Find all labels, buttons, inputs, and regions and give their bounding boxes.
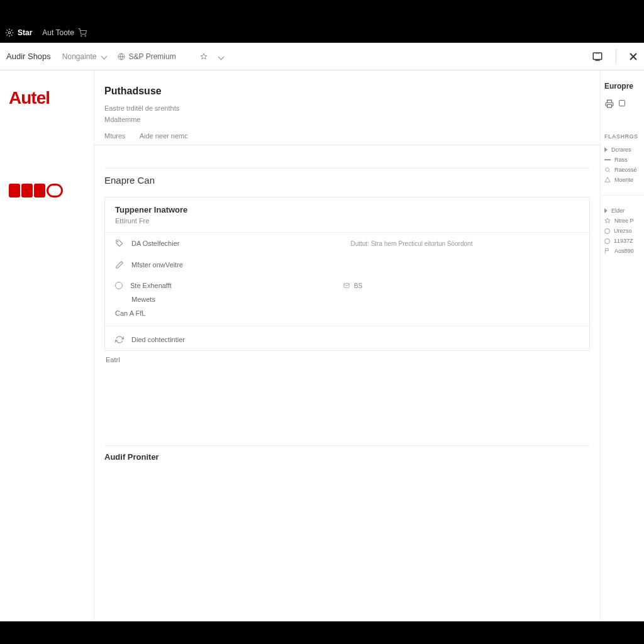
section-footer-text: Eatrl xyxy=(104,351,590,364)
svg-rect-8 xyxy=(619,101,625,106)
item-sub-label: Mewets xyxy=(131,296,155,303)
dash-icon xyxy=(604,157,611,162)
refresh-icon xyxy=(115,335,124,344)
section-enapre: Enapre Can Tuppener Inatwore Ettirunt Fr… xyxy=(104,168,590,364)
pencil-icon xyxy=(115,260,124,269)
svg-point-5 xyxy=(118,242,118,242)
svg-point-9 xyxy=(606,168,609,172)
main-area: Autel Puthadsuse Eastre trditёl de srent… xyxy=(0,70,644,621)
tab-tools[interactable]: Aut Toote xyxy=(42,28,86,37)
toolbar: Audir Shops Nongainte S&P Premium xyxy=(0,43,644,70)
right-item[interactable]: Raeossé xyxy=(604,165,640,175)
sidebar: Autel xyxy=(0,70,94,621)
right-panel-icons xyxy=(604,99,640,108)
right-item[interactable]: Urezso xyxy=(604,226,640,236)
divider xyxy=(104,168,590,169)
svg-rect-4 xyxy=(593,53,602,60)
item-label: DA Ostelfechier xyxy=(131,240,179,247)
right-item[interactable]: Moente xyxy=(604,175,640,185)
circle-icon xyxy=(604,238,610,244)
pin-icon xyxy=(200,53,208,60)
mail-icon xyxy=(343,282,350,289)
page-subtitle: Eastre trditёl de srenthts xyxy=(104,104,590,112)
right-item[interactable]: Dcrares xyxy=(604,145,640,155)
list-item[interactable]: Mfster onwVeitre xyxy=(105,254,589,275)
badge-block-icon xyxy=(9,184,20,197)
toolbar-dropdown[interactable] xyxy=(216,52,223,61)
list-item[interactable]: Can A FfL xyxy=(105,308,589,323)
badge-block-icon xyxy=(34,184,45,197)
search-icon xyxy=(604,167,611,173)
toolbar-pin[interactable] xyxy=(200,53,208,60)
globe-icon xyxy=(118,53,125,60)
divider xyxy=(616,49,616,64)
divider xyxy=(601,195,644,196)
circle-icon xyxy=(604,228,610,234)
right-item[interactable]: Aos890 xyxy=(604,246,640,256)
right-panel-title: Europre xyxy=(604,82,640,91)
page-title: Puthadsuse xyxy=(104,86,590,97)
item-label: Died cohtectintier xyxy=(131,336,185,343)
right-item[interactable]: Elder xyxy=(604,206,640,216)
breadcrumb-1[interactable]: Audir Shops xyxy=(6,52,51,61)
cart-icon xyxy=(78,28,87,37)
bottombar xyxy=(0,621,644,644)
svg-point-2 xyxy=(85,36,86,36)
card-header: Tuppener Inatwore xyxy=(105,197,589,217)
printer-icon[interactable] xyxy=(604,99,614,108)
item-label: Can A FfL xyxy=(115,309,145,317)
item-label: Ste Exhenafft xyxy=(130,282,172,289)
svg-point-1 xyxy=(80,36,81,36)
section-proniter: Audif Proniter xyxy=(104,445,590,462)
right-item[interactable]: Rass xyxy=(604,155,640,165)
page-meta: Mdaltemme xyxy=(104,116,590,123)
right-item[interactable]: Ntree P xyxy=(604,216,640,226)
sidebar-badge xyxy=(9,184,85,197)
right-section-label: FLASHRGS xyxy=(604,133,640,140)
close-button[interactable] xyxy=(629,52,638,61)
right-panel: Europre FLASHRGS Dcrares Rass Raeossé Mo… xyxy=(600,70,644,621)
item-label: Mfster onwVeitre xyxy=(131,261,183,269)
gear-icon xyxy=(5,28,14,37)
right-item[interactable]: 11937Z xyxy=(604,236,640,246)
titlebar xyxy=(0,0,644,23)
breadcrumb-3[interactable]: S&P Premium xyxy=(118,52,176,61)
arrow-icon xyxy=(604,147,608,152)
svg-rect-7 xyxy=(608,104,612,108)
tab-bar: Star Aut Toote xyxy=(0,23,644,43)
device-icon[interactable] xyxy=(592,51,603,62)
brand-logo: Autel xyxy=(9,88,85,108)
warning-icon xyxy=(604,177,611,183)
list-item[interactable]: Ste Exhenafft BS xyxy=(105,275,589,296)
divider xyxy=(94,145,600,145)
breadcrumb-2[interactable]: Nongainte xyxy=(62,52,106,61)
badge-block-icon xyxy=(21,184,33,197)
divider xyxy=(105,326,589,326)
flag-icon xyxy=(604,248,611,254)
arrow-icon xyxy=(604,208,608,213)
list-item[interactable]: Died cohtectintier xyxy=(105,329,589,350)
tab-label: Aut Toote xyxy=(42,28,74,37)
svg-point-0 xyxy=(8,31,11,34)
card-subhead: Ettirunt Fre xyxy=(105,217,589,233)
section-heading: Enapre Can xyxy=(104,175,590,186)
badge-oval-icon xyxy=(47,184,63,197)
item-desc: Duttut: Stra hern Precticul eitortun Söo… xyxy=(350,240,472,247)
card-tuppener: Tuppener Inatwore Ettirunt Fre DA Ostelf… xyxy=(104,197,590,351)
star-icon xyxy=(604,218,611,224)
list-item-sub: Mewets xyxy=(105,296,589,308)
tab-star[interactable]: Star xyxy=(5,28,32,37)
list-item[interactable]: DA Ostelfechier Duttut: Stra hern Precti… xyxy=(105,233,589,254)
tab-label: Star xyxy=(18,28,32,37)
content-tabs: Mtures Aide neer nemc xyxy=(104,132,590,145)
content: Puthadsuse Eastre trditёl de srenthts Md… xyxy=(94,70,600,621)
tag-icon xyxy=(115,239,124,248)
tab-mtures[interactable]: Mtures xyxy=(104,132,126,140)
square-icon[interactable] xyxy=(618,99,626,107)
tab-aide[interactable]: Aide neer nemc xyxy=(140,132,188,140)
circle-icon xyxy=(115,282,123,289)
item-badge: BS xyxy=(343,282,362,289)
